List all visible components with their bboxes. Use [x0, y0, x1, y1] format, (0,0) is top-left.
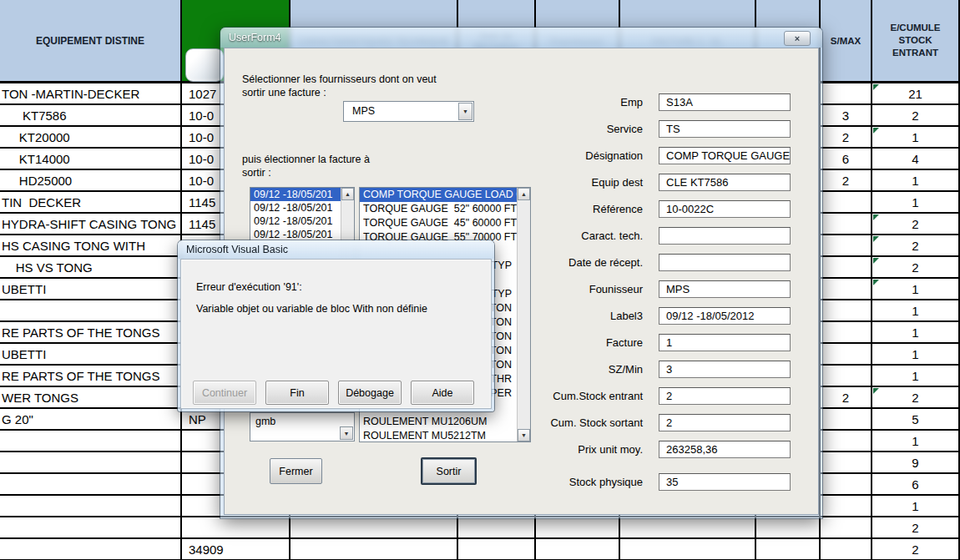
sheet-cell[interactable]: 2 [872, 257, 960, 279]
sheet-cell[interactable]: 1 [872, 366, 960, 387]
sheet-cell[interactable] [756, 517, 821, 539]
sheet-cell[interactable] [291, 539, 458, 560]
field-textbox[interactable]: 10-0022C [659, 200, 791, 218]
sheet-cell[interactable] [458, 517, 536, 539]
sheet-cell[interactable]: 1 [872, 322, 960, 344]
sheet-cell[interactable]: KT14000 [0, 149, 182, 170]
sheet-cell[interactable] [821, 344, 872, 366]
sheet-cell[interactable]: 1 [872, 127, 960, 149]
sheet-cell[interactable] [821, 409, 872, 431]
sheet-cell[interactable] [291, 517, 458, 539]
vb-error-titlebar[interactable]: Microsoft Visual Basic [178, 240, 494, 259]
sheet-cell[interactable]: 1 [872, 344, 960, 366]
fin-button[interactable]: Fin [265, 381, 329, 405]
sheet-cell[interactable] [821, 539, 872, 560]
field-textbox[interactable] [659, 227, 791, 245]
field-textbox[interactable]: 35 [659, 473, 791, 491]
invoice-list-item[interactable]: 09/12 -18/05/201 [250, 201, 341, 214]
sheet-cell[interactable]: WER TONGS [0, 387, 182, 409]
sheet-cell[interactable]: TON -MARTIN-DECKER [0, 83, 182, 105]
field-textbox[interactable]: 09/12 -18/05/2012 [659, 307, 791, 325]
sheet-cell[interactable] [756, 539, 821, 560]
sheet-cell[interactable]: RE PARTS OF THE TONGS [0, 366, 182, 387]
scroll-up-icon[interactable]: ▲ [341, 188, 354, 200]
designation-list-item[interactable]: COMP TORQUE GAUGE LOAD C [360, 188, 517, 202]
sheet-cell[interactable]: 2 [872, 387, 960, 409]
sheet-cell[interactable] [821, 192, 872, 214]
sheet-cell[interactable]: 4 [872, 149, 960, 170]
sheet-cell[interactable]: 6 [821, 149, 872, 170]
field-textbox[interactable]: 1 [659, 334, 791, 351]
sheet-cell[interactable] [821, 83, 872, 105]
sheet-cell[interactable] [182, 517, 291, 539]
sheet-cell[interactable] [0, 474, 182, 496]
sheet-cell[interactable] [821, 214, 872, 235]
sheet-cell[interactable] [0, 496, 182, 517]
sheet-cell[interactable]: 2 [872, 214, 960, 235]
designation-list-item[interactable]: ROULEMENT MU5212TM [360, 429, 517, 441]
invoice-list-item[interactable]: 09/12 -18/05/201 [250, 228, 341, 241]
sheet-cell[interactable]: 1 [872, 300, 960, 322]
designation-list-item[interactable]: TORQUE GAUGE 45" 60000 FT [360, 216, 517, 230]
field-textbox[interactable]: MPS [659, 280, 791, 298]
sheet-cell[interactable] [821, 235, 872, 257]
sheet-cell[interactable] [821, 300, 872, 322]
sheet-cell[interactable] [458, 539, 536, 560]
field-textbox[interactable]: S13A [659, 93, 791, 111]
sheet-cell[interactable]: 1 [872, 496, 960, 517]
sheet-cell[interactable]: 1 [872, 279, 960, 300]
field-textbox[interactable]: COMP TORQUE GAUGE LO [659, 147, 791, 164]
sheet-cell[interactable] [0, 300, 182, 322]
invoice-list-item[interactable]: 09/12 -18/05/201 [250, 188, 341, 201]
sheet-cell[interactable] [536, 539, 620, 560]
sheet-cell[interactable]: KT20000 [0, 127, 182, 149]
field-textbox[interactable]: CLE KT7586 [659, 174, 791, 191]
sheet-cell[interactable]: HS CASING TONG WITH [0, 235, 182, 257]
bottom-combobox[interactable]: gmb ▼ [250, 412, 355, 441]
invoice-list-item[interactable]: 09/12 -18/05/201 [250, 214, 341, 228]
supplier-combobox[interactable]: MPS ▼ [343, 101, 474, 122]
sheet-cell[interactable] [821, 474, 872, 496]
sheet-cell[interactable]: 2 [872, 517, 960, 539]
sheet-cell[interactable] [821, 279, 872, 300]
scroll-down-icon[interactable]: ▼ [518, 429, 530, 441]
sheet-cell[interactable] [536, 517, 620, 539]
close-icon[interactable]: × [784, 31, 811, 46]
sheet-cell[interactable] [821, 257, 872, 279]
sheet-cell[interactable] [821, 496, 872, 517]
sheet-cell[interactable]: KT7586 [0, 105, 182, 127]
sheet-cell[interactable]: 2 [821, 127, 872, 149]
aide-button[interactable]: Aide [411, 381, 474, 405]
sheet-cell[interactable]: UBETTI [0, 279, 182, 300]
sheet-cell[interactable]: 9 [872, 452, 960, 474]
sheet-cell[interactable]: 21 [872, 83, 960, 105]
chevron-down-icon[interactable]: ▼ [340, 426, 353, 440]
sheet-cell[interactable]: 34909 [182, 539, 291, 560]
sheet-cell[interactable] [821, 452, 872, 474]
sheet-cell[interactable]: 6 [872, 474, 960, 496]
field-textbox[interactable]: 2 [659, 414, 791, 431]
field-textbox[interactable] [659, 254, 791, 271]
sheet-cell[interactable]: 2 [872, 105, 960, 127]
sheet-cell[interactable] [0, 431, 182, 452]
field-textbox[interactable]: 2 [659, 387, 791, 405]
debogage-button[interactable]: Débogage [338, 381, 402, 405]
sheet-cell[interactable] [620, 517, 756, 539]
field-textbox[interactable]: TS [659, 120, 791, 138]
sheet-cell[interactable]: 2 [872, 235, 960, 257]
field-textbox[interactable]: 263258,36 [659, 441, 791, 458]
sheet-cell[interactable]: HS VS TONG [0, 257, 182, 279]
userform-titlebar[interactable]: UserForm4 × [220, 28, 822, 48]
fermer-button[interactable]: Fermer [270, 458, 322, 484]
field-textbox[interactable]: 3 [659, 361, 791, 378]
sheet-cell[interactable]: 1 [872, 170, 960, 192]
sheet-cell[interactable]: RE PARTS OF THE TONGS [0, 322, 182, 344]
sheet-cell[interactable]: HYDRA-SHIFT CASING TONG [0, 214, 182, 235]
sheet-cell[interactable]: 2 [872, 539, 960, 560]
sheet-cell[interactable]: UBETTI [0, 344, 182, 366]
sheet-cell[interactable]: 5 [872, 409, 960, 431]
sheet-cell[interactable]: 2 [821, 387, 872, 409]
sheet-cell[interactable]: TIN DECKER [0, 192, 182, 214]
sheet-cell[interactable] [0, 452, 182, 474]
sheet-cell[interactable] [821, 366, 872, 387]
